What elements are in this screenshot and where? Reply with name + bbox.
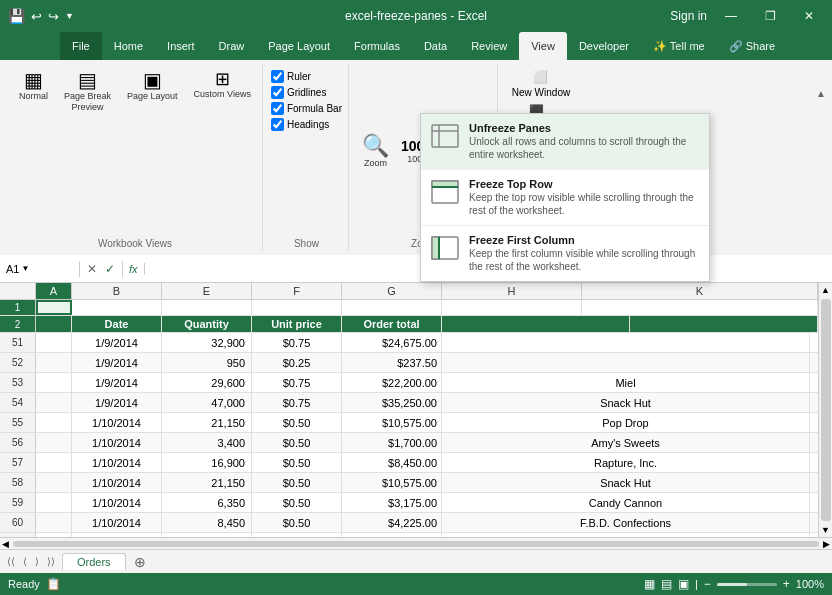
scroll-right[interactable]: ▶ [823, 539, 830, 549]
cell-k1[interactable] [582, 300, 818, 315]
cell-f[interactable]: $0.50 [252, 433, 342, 452]
cell-e[interactable]: 8,450 [162, 513, 252, 532]
view-pagebreak-icon[interactable]: ▤ [661, 577, 672, 591]
cell-a1[interactable] [36, 300, 72, 315]
cell-e[interactable]: 47,000 [162, 393, 252, 412]
cell-k[interactable] [810, 493, 818, 512]
horizontal-scrollbar[interactable]: ◀ ▶ [0, 537, 832, 549]
cell-a[interactable] [36, 433, 72, 452]
cell-e[interactable]: 3,400 [162, 433, 252, 452]
cell-a[interactable] [36, 513, 72, 532]
tab-review[interactable]: Review [459, 32, 519, 60]
tab-data[interactable]: Data [412, 32, 459, 60]
tab-draw[interactable]: Draw [207, 32, 257, 60]
tab-home[interactable]: Home [102, 32, 155, 60]
col-header-k[interactable]: K [582, 283, 818, 299]
headings-checkbox[interactable]: Headings [271, 118, 329, 131]
cell-h[interactable]: Amy's Sweets [442, 433, 810, 452]
normal-view-button[interactable]: ▦ Normal [14, 68, 53, 104]
cell-b[interactable]: 1/9/2014 [72, 353, 162, 372]
maximize-button[interactable]: ❐ [755, 0, 786, 32]
custom-views-button[interactable]: ⊞ Custom Views [189, 68, 256, 102]
cell-f[interactable]: $0.50 [252, 413, 342, 432]
cancel-formula-icon[interactable]: ✕ [84, 261, 100, 277]
close-button[interactable]: ✕ [794, 0, 824, 32]
tab-file[interactable]: File [60, 32, 102, 60]
cell-e[interactable]: 21,150 [162, 473, 252, 492]
name-box[interactable]: A1 ▼ [0, 261, 80, 277]
minimize-button[interactable]: — [715, 0, 747, 32]
cell-h[interactable]: Snack Hut [442, 393, 810, 412]
cell-h[interactable]: F.B.D. Confections [442, 513, 810, 532]
cell-a[interactable] [36, 333, 72, 352]
cell-e2[interactable]: Quantity [162, 316, 252, 332]
cell-b[interactable]: 1/9/2014 [72, 393, 162, 412]
cell-h2[interactable] [442, 316, 630, 332]
cell-g[interactable]: $10,575.00 [342, 413, 442, 432]
cell-k[interactable] [810, 393, 818, 412]
cell-h[interactable]: Pop Drop [442, 413, 810, 432]
tab-prev[interactable]: ⟨ [20, 555, 30, 568]
scroll-thumb-h[interactable] [13, 541, 819, 547]
tab-tell-me[interactable]: ✨ Tell me [641, 32, 717, 60]
quick-access-dropdown[interactable]: ▼ [65, 11, 74, 21]
cell-a[interactable] [36, 413, 72, 432]
cell-k[interactable] [810, 413, 818, 432]
cell-b[interactable]: 1/9/2014 [72, 333, 162, 352]
tab-developer[interactable]: Developer [567, 32, 641, 60]
cell-g[interactable]: $22,200.00 [342, 373, 442, 392]
freeze-option-freeze-top[interactable]: Freeze Top Row Keep the top row visible … [421, 170, 709, 226]
cell-g[interactable]: $24,675.00 [342, 333, 442, 352]
sign-in-button[interactable]: Sign in [670, 9, 707, 23]
redo-icon[interactable]: ↪ [48, 9, 59, 24]
col-header-g[interactable]: G [342, 283, 442, 299]
cell-b[interactable]: 1/9/2014 [72, 373, 162, 392]
function-wizard-button[interactable]: fx [123, 263, 145, 275]
freeze-option-freeze-col[interactable]: Freeze First Column Keep the first colum… [421, 226, 709, 281]
zoom-out-icon[interactable]: − [704, 577, 711, 591]
cell-f[interactable]: $0.50 [252, 473, 342, 492]
cell-h[interactable]: Miel [442, 373, 810, 392]
cell-g[interactable]: $237.50 [342, 353, 442, 372]
cell-f[interactable]: $0.75 [252, 333, 342, 352]
cell-b[interactable]: 1/10/2014 [72, 413, 162, 432]
col-header-e[interactable]: E [162, 283, 252, 299]
undo-icon[interactable]: ↩ [31, 9, 42, 24]
cell-f[interactable]: $0.50 [252, 493, 342, 512]
scroll-up[interactable]: ▲ [819, 283, 832, 297]
cell-k2[interactable] [630, 316, 818, 332]
page-layout-button[interactable]: ▣ Page Layout [122, 68, 183, 104]
cell-a[interactable] [36, 453, 72, 472]
cell-f[interactable]: $0.50 [252, 453, 342, 472]
view-normal-icon[interactable]: ▦ [644, 577, 655, 591]
cell-b2[interactable]: Date [72, 316, 162, 332]
cell-a[interactable] [36, 353, 72, 372]
cell-k[interactable] [810, 433, 818, 452]
cell-f[interactable]: $0.25 [252, 353, 342, 372]
scroll-down[interactable]: ▼ [819, 523, 832, 537]
cell-k[interactable] [810, 353, 818, 372]
new-window-button[interactable]: ⬜ New Window [506, 68, 576, 100]
save-icon[interactable]: 💾 [8, 8, 25, 24]
cell-g[interactable]: $3,175.00 [342, 493, 442, 512]
ruler-checkbox[interactable]: Ruler [271, 70, 311, 83]
cell-e1[interactable] [162, 300, 252, 315]
cell-g[interactable]: $4,225.00 [342, 513, 442, 532]
cell-f1[interactable] [252, 300, 342, 315]
tab-view[interactable]: View [519, 32, 567, 60]
cell-h[interactable]: Candy Cannon [442, 493, 810, 512]
name-box-dropdown[interactable]: ▼ [21, 264, 29, 273]
cell-f[interactable]: $0.50 [252, 513, 342, 532]
cell-a2[interactable] [36, 316, 72, 332]
zoom-in-icon[interactable]: + [783, 577, 790, 591]
page-break-button[interactable]: ▤ Page Break Preview [59, 68, 116, 115]
cell-h[interactable]: Rapture, Inc. [442, 453, 810, 472]
cell-f[interactable]: $0.75 [252, 373, 342, 392]
cell-b[interactable]: 1/10/2014 [72, 473, 162, 492]
col-header-f[interactable]: F [252, 283, 342, 299]
cell-e[interactable]: 16,900 [162, 453, 252, 472]
cell-h1[interactable] [442, 300, 582, 315]
cell-b[interactable]: 1/10/2014 [72, 493, 162, 512]
tab-last[interactable]: ⟩⟩ [44, 555, 58, 568]
cell-b[interactable]: 1/10/2014 [72, 453, 162, 472]
